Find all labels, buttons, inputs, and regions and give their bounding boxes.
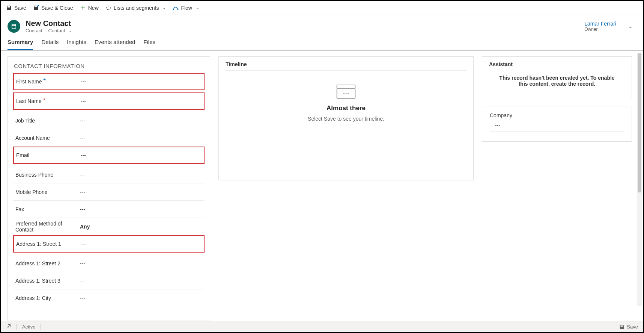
field-address1-city[interactable]: Address 1: City --- [13,289,205,307]
svg-point-7 [348,93,349,94]
save-close-button[interactable]: Save & Close [33,5,73,11]
separator [17,324,17,330]
field-job-title[interactable]: Job Title --- [13,112,205,129]
field-label: Job Title [15,118,80,124]
new-label: New [88,5,99,11]
field-label: Business Phone [15,172,80,178]
field-label: Fax [15,206,80,212]
svg-point-1 [173,9,174,10]
command-bar: Save Save & Close New Lists and segments… [1,1,643,15]
entity-avatar [8,20,20,33]
field-label: Address 1: City [15,295,80,301]
lists-segments-button[interactable]: Lists and segments ⌄ [105,5,166,11]
record-status: Active [22,324,35,330]
field-value[interactable]: --- [80,189,202,195]
field-preferred-method[interactable]: Preferred Method of Contact Any [13,218,205,235]
field-label: First Name * [16,79,81,85]
field-address1-street3[interactable]: Address 1: Street 3 --- [13,272,205,289]
field-value[interactable]: --- [80,260,202,266]
timeline-empty-subtext: Select Save to see your timeline. [308,116,384,122]
tab-events-attended[interactable]: Events attended [95,39,135,50]
plus-icon [80,5,86,11]
field-fax[interactable]: Fax --- [13,201,205,218]
scrollbar-thumb[interactable] [638,53,641,192]
field-label: Mobile Phone [15,189,80,195]
timeline-empty-heading: Almost there [327,104,366,112]
field-label: Address 1: Street 1 [16,241,81,247]
footer-save-label: Save [627,324,638,330]
field-account-name[interactable]: Account Name --- [13,129,205,147]
assistant-panel: Assistant This record hasn't been create… [482,56,632,99]
field-value[interactable]: --- [80,295,202,301]
field-value[interactable]: --- [80,278,202,284]
field-email[interactable]: Email --- [13,147,205,164]
company-label: Company [490,112,624,118]
flow-label: Flow [181,5,192,11]
save-close-label: Save & Close [41,5,73,11]
header-expand-button[interactable]: ⌄ [624,21,636,32]
field-value[interactable]: --- [80,206,202,212]
timeline-panel: Timeline Almost there Select Save to see… [218,56,474,180]
field-last-name[interactable]: Last Name * --- [13,92,205,110]
owner-name: Lamar Ferrari [584,21,616,27]
chevron-down-icon: ⌄ [628,23,633,29]
field-business-phone[interactable]: Business Phone --- [13,166,205,183]
separator [41,324,41,330]
save-icon [619,324,624,330]
save-button[interactable]: Save [6,5,26,11]
field-value[interactable]: --- [80,172,202,178]
field-value[interactable]: --- [81,79,202,85]
new-button[interactable]: New [80,5,99,11]
footer-save-button[interactable]: Save [619,324,638,330]
field-value[interactable]: Any [80,224,202,230]
timeline-title: Timeline [226,61,466,71]
field-value[interactable]: --- [81,98,202,104]
field-value[interactable]: --- [81,241,202,247]
main-content: CONTACT INFORMATION First Name * --- Las… [1,50,643,321]
company-panel: Company --- [482,106,632,142]
tab-details[interactable]: Details [41,39,59,50]
svg-point-0 [107,6,110,10]
folder-icon [335,82,357,101]
field-mobile-phone[interactable]: Mobile Phone --- [13,183,205,201]
field-address1-street2[interactable]: Address 1: Street 2 --- [13,255,205,272]
segments-icon [105,5,111,11]
flow-icon [173,5,179,11]
breadcrumb-separator: · [45,28,46,33]
field-label: Account Name [15,135,80,141]
breadcrumb-form[interactable]: Contact [48,28,65,33]
assistant-title: Assistant [489,61,625,67]
save-label: Save [14,5,26,11]
svg-rect-3 [337,85,355,88]
company-value[interactable]: --- [490,122,624,132]
field-address1-street1[interactable]: Address 1: Street 1 --- [13,235,205,253]
title-block: New Contact Contact · Contact ⌄ [26,19,579,33]
popout-icon[interactable] [6,324,11,330]
field-label: Address 1: Street 2 [15,260,80,266]
save-icon [6,5,12,11]
app-window: Save Save & Close New Lists and segments… [0,0,644,333]
field-first-name[interactable]: First Name * --- [13,73,205,90]
record-header: New Contact Contact · Contact ⌄ Lamar Fe… [1,15,643,33]
field-label: Email [16,152,81,158]
save-close-icon [33,5,39,11]
tab-summary[interactable]: Summary [8,39,33,50]
field-value[interactable]: --- [80,118,202,124]
field-value[interactable]: --- [81,152,202,158]
tab-files[interactable]: Files [143,39,155,50]
field-value[interactable]: --- [80,135,202,141]
flow-button[interactable]: Flow ⌄ [173,5,199,11]
chevron-down-icon: ⌄ [196,5,199,10]
lists-label: Lists and segments [114,5,159,11]
form-tabs: Summary Details Insights Events attended… [1,33,643,50]
field-label: Last Name * [16,98,81,104]
status-bar: Active Save [1,321,643,332]
right-column: Assistant This record hasn't been create… [482,56,632,321]
svg-point-2 [178,9,179,10]
tab-insights[interactable]: Insights [67,39,86,50]
breadcrumb: Contact · Contact ⌄ [26,28,579,33]
owner-block[interactable]: Lamar Ferrari Owner [584,21,616,32]
section-title: CONTACT INFORMATION [14,63,205,69]
vertical-scrollbar[interactable] [637,53,642,306]
svg-point-5 [343,93,345,94]
